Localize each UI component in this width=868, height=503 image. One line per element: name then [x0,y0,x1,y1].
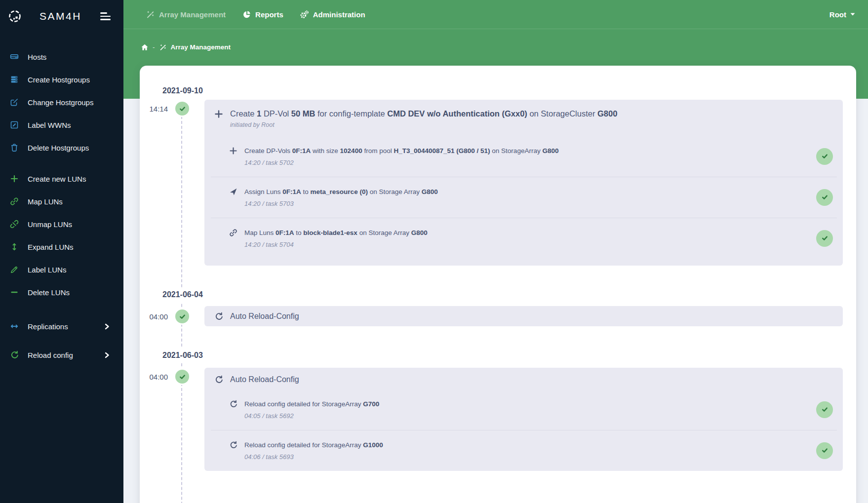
trash-icon [10,143,19,152]
sidebar-item-label-luns[interactable]: Label LUNs [0,258,123,281]
timeline-event: 04:00 Auto Reload-Config [140,306,856,326]
success-check-badge [174,100,191,117]
timeline-date: 2021-06-03 [162,348,208,363]
task-text: Reload config detailed for StorageArray … [244,399,379,409]
task-row: Reload config detailed for StorageArray … [204,389,843,430]
nav-item-administration[interactable]: Administration [300,10,365,19]
event-card: Create 1 DP-Vol 50 MB for config-templat… [204,100,843,266]
event-time: 14:14 [149,105,168,113]
sidebar-item-expand-luns[interactable]: Expand LUNs [0,235,123,258]
sidebar-item-label: Label WWNs [28,121,71,129]
rotate-right-icon [214,375,223,384]
paper-plane-icon [229,188,237,196]
sidebar-nav: Hosts Create Hostgroups Change Hostgroup… [0,33,123,369]
sidebar-item-label: Change Hostgroups [28,98,93,107]
success-check-badge [174,368,191,385]
gears-icon [300,10,309,19]
rotate-right-icon [229,441,237,449]
task-text: Reload config detailed for StorageArray … [244,440,383,450]
sidebar-item-map-luns[interactable]: Map LUNs [0,190,123,213]
plus-icon [10,174,19,183]
timeline-date: 2021-09-10 [162,83,208,98]
sidebar: SAM4H Hosts Create Hostgroups [0,0,123,503]
event-title: Auto Reload-Config [230,375,299,384]
sidebar-item-label: Expand LUNs [28,243,74,251]
sidebar-item-delete-hostgroups[interactable]: Delete Hostgroups [0,136,123,159]
event-card-header: Auto Reload-Config [204,368,843,389]
success-check-badge [816,401,833,418]
event-card-header: Create 1 DP-Vol 50 MB for config-templat… [204,100,843,136]
nav-item-array-management[interactable]: Array Management [146,10,226,19]
user-menu[interactable]: Root [826,10,855,19]
arrows-vertical-icon [10,242,19,251]
link-icon [10,197,19,206]
link-broken-icon [10,220,19,229]
hamburger-icon [100,12,107,14]
sidebar-item-delete-luns[interactable]: Delete LUNs [0,281,123,304]
sidebar-item-unmap-luns[interactable]: Unmap LUNs [0,213,123,235]
sidebar-item-create-hostgroups[interactable]: Create Hostgroups [0,68,123,91]
breadcrumb-separator: - [153,43,155,51]
task-row: Create DP-Vols 0F:1A with size 102400 fr… [204,136,843,177]
sidebar-item-label: Replications [28,322,68,331]
hard-drive-icon [10,52,19,61]
success-check-badge [816,148,833,165]
sidebar-item-label-wwns[interactable]: Label WWNs [0,114,123,136]
content-panel: 2021-09-10 14:14 [140,66,856,503]
success-check-badge [816,442,833,459]
event-card: Auto Reload-Config [204,306,843,326]
magic-wand-icon [146,10,155,19]
sidebar-item-hosts[interactable]: Hosts [0,45,123,68]
task-meta: 04:06 / task 5693 [244,453,383,461]
sidebar-section-divider [0,304,123,312]
task-row: Map Luns 0F:1A to block-blade1-esx on St… [204,218,843,259]
sidebar-item-replications[interactable]: Replications [0,312,123,341]
breadcrumb-page-label[interactable]: Array Management [171,43,231,51]
event-title: Create 1 DP-Vol 50 MB for config-templat… [230,108,617,119]
sidebar-item-label: Create new LUNs [28,175,86,183]
nav-item-label: Administration [313,10,365,19]
task-meta: 14:20 / task 5702 [244,159,558,166]
main-area: Array Management Reports Administration … [123,0,868,503]
sidebar-item-reload-config[interactable]: Reload config [0,341,123,369]
task-meta: 04:05 / task 5692 [244,412,379,420]
brand-name: SAM4H [39,10,81,22]
home-icon[interactable] [141,44,148,51]
server-stack-icon [10,75,19,84]
plus-icon [214,110,223,118]
chevron-right-icon [104,323,110,330]
rotate-right-icon [10,350,19,359]
task-row: Assign Luns 0F:1A to meta_resource (0) o… [204,177,843,218]
sidebar-item-label: Label LUNs [28,266,66,274]
sidebar-item-label: Delete LUNs [28,288,70,297]
sidebar-item-label: Delete Hostgroups [28,144,89,152]
success-check-badge [816,189,833,206]
nav-item-reports[interactable]: Reports [242,10,283,19]
timeline-date: 2021-06-04 [162,287,208,302]
sidebar-item-create-new-luns[interactable]: Create new LUNs [0,167,123,190]
event-subtitle: initiated by Root [230,121,617,128]
nav-item-label: Array Management [159,10,226,19]
link-icon [229,229,237,237]
sidebar-item-label: Create Hostgroups [28,76,90,84]
pen-square-icon [10,120,19,129]
task-row: Reload config detailed for StorageArray … [204,430,843,471]
nav-item-label: Reports [255,10,283,19]
sidebar-toggle-button[interactable] [100,10,111,22]
arrows-horizontal-icon [10,322,19,331]
task-meta: 14:20 / task 5704 [244,241,428,248]
sidebar-item-change-hostgroups[interactable]: Change Hostgroups [0,91,123,114]
timeline-event: 04:00 Auto Reload-Config [140,368,856,471]
event-time: 04:00 [149,373,168,381]
task-text: Map Luns 0F:1A to block-blade1-esx on St… [244,228,428,237]
magic-wand-icon [159,44,166,51]
plus-icon [229,147,237,155]
sidebar-item-label: Hosts [28,53,46,61]
chevron-right-icon [104,352,110,358]
timeline-event: 14:14 Create 1 DP-Vol 50 MB for config-t… [140,100,856,266]
minus-icon [10,288,19,297]
caret-down-icon [850,13,855,16]
pie-chart-icon [242,10,251,19]
success-check-badge [816,230,833,247]
app-window: SAM4H Hosts Create Hostgroups [0,0,868,503]
